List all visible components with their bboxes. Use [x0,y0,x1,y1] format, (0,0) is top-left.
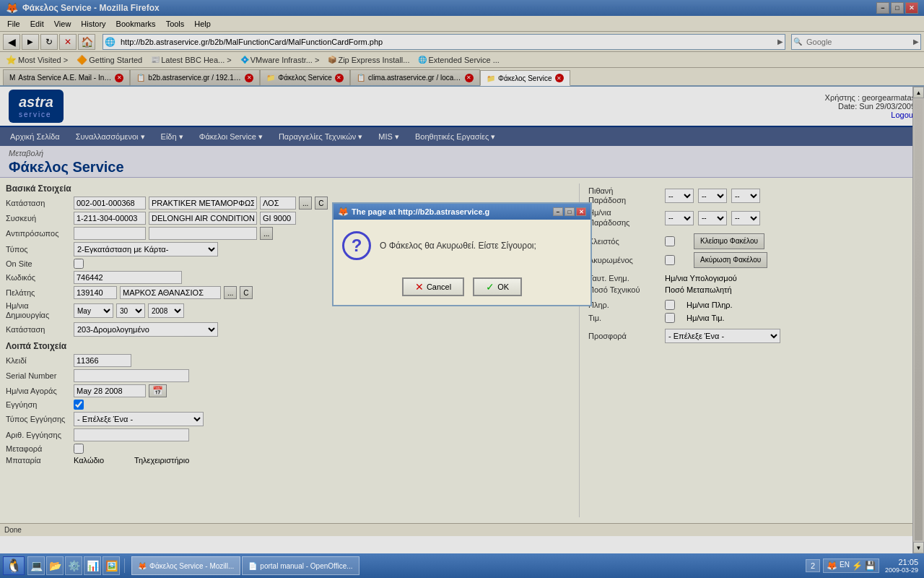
taskbar-firefox-icon: 🦊 [138,562,147,570]
ok-icon: ✓ [486,281,494,293]
sys-tray-firefox[interactable]: 🦊 [827,561,837,571]
taskbar-sys: 2 🦊 EN ⚡ 💾 21:05 2009-03-29 [806,558,921,574]
cancel-icon: ✕ [415,281,424,293]
start-button[interactable]: 🐧 [3,556,25,575]
dialog-titlebar: 🦊 The page at http://b2b.astraservice.g … [334,204,590,220]
dialog-message: Ο Φάκελος θα Ακυρωθεί. Είστε Σίγουροι; [380,241,536,251]
taskbar-window-1-label: Φάκελος Service - Mozill... [149,562,234,570]
taskbar-app-4[interactable]: 📊 [84,556,101,575]
taskbar-window-2-label: portal manual - OpenOffice... [260,562,352,570]
sys-tray-icon2[interactable]: 💾 [865,561,876,571]
dialog-firefox-icon: 🦊 [338,207,349,217]
dialog-ok-button[interactable]: ✓ OK [473,277,522,296]
clock-time: 21:05 [885,558,918,566]
taskbar-app-3[interactable]: ⚙️ [65,556,82,575]
dialog-min-btn[interactable]: − [553,207,563,216]
taskbar: 🐧 💻 📂 ⚙️ 📊 🖼️ 🦊 Φάκελος Service - Mozill… [0,553,924,578]
dialog-overlay: 🦊 The page at http://b2b.astraservice.g … [0,0,924,553]
dialog-question-icon: ? [342,231,371,260]
sys-tray: 🦊 EN ⚡ 💾 [823,558,879,573]
dialog-title: The page at http://b2b.astraservice.g [352,207,489,216]
taskbar-window-firefox[interactable]: 🦊 Φάκελος Service - Mozill... [131,556,240,575]
taskbar-indicator[interactable]: 2 [806,559,820,572]
clock-date: 2009-03-29 [885,566,918,574]
taskbar-oo-icon: 📄 [248,562,257,570]
dialog-body: ? Ο Φάκελος θα Ακυρωθεί. Είστε Σίγουροι; [334,220,590,272]
taskbar-window-openoffice[interactable]: 📄 portal manual - OpenOffice... [242,556,359,575]
sys-tray-icon1[interactable]: ⚡ [852,561,863,571]
dialog-buttons: ✕ Cancel ✓ OK [334,272,590,305]
taskbar-apps: 💻 📂 ⚙️ 📊 🖼️ [27,556,120,575]
clock-display: 21:05 2009-03-29 [882,558,921,574]
sys-tray-lang[interactable]: EN [840,561,850,571]
taskbar-app-1[interactable]: 💻 [27,556,45,575]
taskbar-app-2[interactable]: 📂 [46,556,64,575]
taskbar-windows: 🦊 Φάκελος Service - Mozill... 📄 portal m… [131,556,803,575]
dialog-close-btn[interactable]: ✕ [576,207,586,216]
taskbar-app-5[interactable]: 🖼️ [103,556,120,575]
dialog-max-btn[interactable]: □ [565,207,575,216]
dialog-cancel-button[interactable]: ✕ Cancel [402,277,464,296]
dialog-box: 🦊 The page at http://b2b.astraservice.g … [332,202,592,306]
